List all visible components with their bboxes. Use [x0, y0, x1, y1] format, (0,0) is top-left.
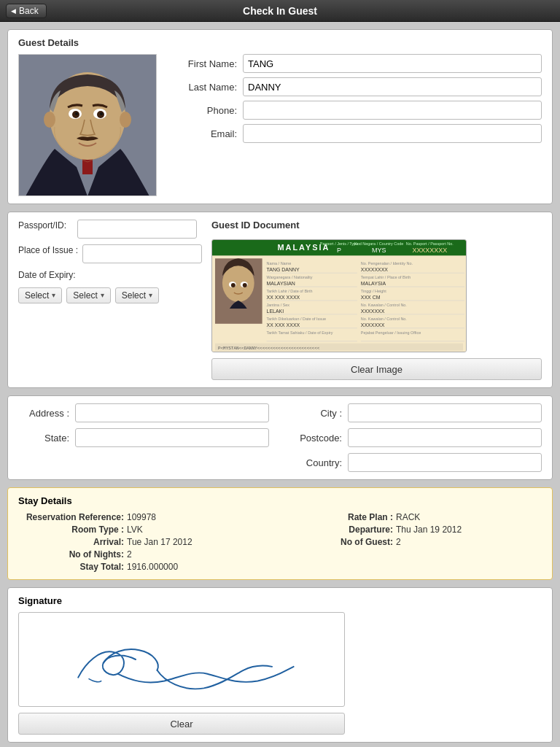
state-label: State: — [18, 433, 69, 444]
svg-text:Nama / Name: Nama / Name — [267, 261, 292, 266]
email-row: Email: — [171, 124, 542, 143]
svg-text:XXXXXXX: XXXXXXX — [361, 322, 385, 328]
departure-label: Departure: — [287, 525, 393, 535]
passport-svg: MALAYSIA Pasport / Jenis / Type Kod Nega… — [212, 239, 466, 352]
stay-col-left: Reservation Reference: 109978 Room Type … — [18, 512, 273, 572]
svg-text:Tinggi / Height: Tinggi / Height — [361, 289, 386, 293]
id-body: Passport/ID: Place of Issue : Date of Ex… — [18, 220, 542, 380]
address-grid: Address : City : State: Postcode: Countr… — [18, 403, 542, 472]
last-name-input[interactable] — [243, 77, 542, 96]
first-name-row: First Name: — [171, 54, 542, 73]
signature-canvas[interactable] — [18, 612, 345, 707]
month-select[interactable]: Select — [66, 287, 110, 303]
photo-background — [18, 54, 157, 196]
phone-input[interactable] — [243, 101, 542, 120]
guest-form: First Name: Last Name: Phone: Email: — [171, 54, 542, 196]
page-title: Check In Guest — [243, 5, 317, 17]
country-input[interactable] — [348, 453, 542, 472]
place-of-issue-input[interactable] — [82, 244, 202, 263]
email-input[interactable] — [243, 124, 542, 143]
svg-text:Tarikh Dikeluarkan / Date of I: Tarikh Dikeluarkan / Date of Issue — [267, 317, 327, 321]
svg-text:No. Kawalan / Control No.: No. Kawalan / Control No. — [361, 303, 408, 307]
svg-text:MYS: MYS — [372, 247, 386, 254]
svg-point-7 — [120, 112, 131, 128]
last-name-row: Last Name: — [171, 77, 542, 96]
state-input[interactable] — [75, 428, 269, 447]
day-select[interactable]: Select — [18, 287, 62, 303]
svg-point-28 — [243, 283, 247, 287]
back-button[interactable]: Back — [6, 4, 47, 18]
main-content: Guest Details — [0, 22, 560, 747]
passport-id-input[interactable] — [77, 220, 197, 239]
svg-text:No. Pasport / Passport No.: No. Pasport / Passport No. — [406, 241, 454, 246]
svg-text:XXXXXXXX: XXXXXXXX — [361, 267, 388, 272]
arrival-row: Arrival: Tue Jan 17 2012 — [18, 537, 273, 547]
no-guest-row: No of Guest: 2 — [287, 537, 542, 547]
svg-text:Kod Negara / Country Code: Kod Negara / Country Code — [354, 241, 403, 246]
header: Back Check In Guest — [0, 0, 560, 22]
departure-row: Departure: Thu Jan 19 2012 — [287, 525, 542, 535]
guest-photo-svg — [18, 54, 157, 196]
day-select-label: Select — [25, 290, 49, 301]
signature-svg — [19, 613, 344, 706]
country-row: Country: — [291, 453, 542, 472]
svg-text:MALAYSIA: MALAYSIA — [361, 281, 386, 286]
address-input[interactable] — [75, 403, 269, 422]
postcode-input[interactable] — [348, 428, 542, 447]
guest-details-section: Guest Details — [7, 29, 553, 204]
no-nights-value: 2 — [127, 549, 132, 560]
first-name-input[interactable] — [243, 54, 542, 73]
rate-plan-value: RACK — [396, 512, 420, 522]
svg-point-13 — [100, 112, 103, 115]
no-guest-label: No of Guest: — [287, 537, 393, 547]
id-left-fields: Passport/ID: Place of Issue : Date of Ex… — [18, 220, 197, 303]
back-label: Back — [19, 6, 39, 16]
svg-text:Pejabat Pengeluar / Issuing Of: Pejabat Pengeluar / Issuing Office — [361, 330, 421, 335]
reservation-row: Reservation Reference: 109978 — [18, 512, 273, 522]
year-select[interactable]: Select — [115, 287, 159, 303]
guest-photo — [18, 54, 157, 196]
room-type-row: Room Type : LVK — [18, 525, 273, 535]
signature-title: Signature — [18, 595, 542, 606]
stay-details-title: Stay Details — [18, 495, 542, 506]
room-type-label: Room Type : — [18, 525, 124, 535]
city-label: City : — [291, 408, 342, 419]
svg-text:No. Pengenalan / Identity No.: No. Pengenalan / Identity No. — [361, 261, 413, 266]
room-type-value: LVK — [127, 525, 143, 535]
svg-text:Jantina / Sex: Jantina / Sex — [267, 303, 290, 307]
clear-image-button[interactable]: Clear Image — [211, 358, 542, 380]
reservation-ref-label: Reservation Reference: — [18, 512, 124, 522]
reservation-ref-value: 109978 — [127, 512, 156, 522]
phone-label: Phone: — [171, 105, 237, 116]
svg-text:XXX CM: XXX CM — [361, 295, 381, 300]
rate-plan-row: Rate Plan : RACK — [287, 512, 542, 522]
svg-text:TANG DANNY: TANG DANNY — [267, 267, 300, 272]
address-section: Address : City : State: Postcode: Countr… — [7, 395, 553, 480]
postcode-label: Postcode: — [291, 433, 342, 444]
svg-text:XXXXXXXX: XXXXXXXX — [412, 247, 447, 254]
passport-image: MALAYSIA Pasport / Jenis / Type Kod Nega… — [211, 239, 467, 352]
date-of-expiry-row: Date of Expiry: — [18, 269, 197, 282]
stay-total-row: Stay Total: 1916.000000 — [18, 562, 273, 572]
arrival-value: Tue Jan 17 2012 — [127, 537, 192, 547]
rate-plan-label: Rate Plan : — [287, 512, 393, 522]
stay-total-label: Stay Total: — [18, 562, 124, 572]
no-guest-value: 2 — [396, 537, 401, 547]
svg-text:MALAYSIAN: MALAYSIAN — [267, 281, 295, 286]
place-of-issue-label: Place of Issue : — [18, 244, 78, 257]
svg-point-27 — [231, 283, 236, 287]
country-label: Country: — [291, 457, 342, 468]
guest-details-title: Guest Details — [18, 37, 542, 48]
svg-text:Pasport / Jenis / Type: Pasport / Jenis / Type — [320, 241, 358, 246]
month-select-label: Select — [73, 290, 97, 301]
signature-clear-button[interactable]: Clear — [18, 713, 345, 735]
svg-text:LELAKI: LELAKI — [267, 309, 284, 314]
email-label: Email: — [171, 128, 237, 139]
state-row: State: — [18, 428, 269, 447]
svg-text:Tarikh Lahir / Date of Birth: Tarikh Lahir / Date of Birth — [267, 289, 313, 293]
guest-id-doc-title: Guest ID Document — [211, 220, 542, 231]
svg-text:XXXXXXX: XXXXXXX — [361, 309, 385, 314]
no-nights-row: No of Nights: 2 — [18, 549, 273, 560]
svg-text:No. Kawalan / Control No.: No. Kawalan / Control No. — [361, 317, 408, 321]
city-input[interactable] — [348, 403, 542, 422]
